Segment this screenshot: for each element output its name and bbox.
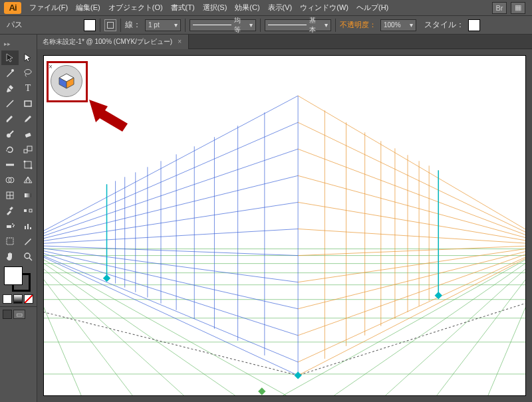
selection-indicator: パス [7,19,23,31]
svg-line-52 [298,282,525,375]
tool-pencil[interactable] [19,112,37,126]
menu-help[interactable]: ヘルプ(H) [352,3,392,13]
perspective-plane-widget[interactable]: × [51,65,82,97]
tool-column-graph[interactable] [19,219,37,233]
menu-object[interactable]: オブジェクト(O) [104,3,167,13]
brush-dropdown[interactable]: 基本 ▾ [265,19,331,31]
screen-mode-toggle[interactable]: ▭ [13,310,25,319]
tool-width[interactable] [1,157,19,172]
svg-point-0 [11,69,14,72]
chevron-down-icon: ▾ [325,21,328,29]
tool-rectangle[interactable] [19,96,37,111]
style-swatch[interactable] [468,19,480,31]
tool-slice[interactable] [19,234,37,249]
menu-type[interactable]: 書式(T) [167,3,199,13]
tool-eyedropper[interactable] [1,203,19,218]
svg-point-9 [24,161,26,163]
svg-line-96 [298,245,525,362]
tool-mesh[interactable] [1,188,19,203]
svg-rect-5 [25,133,31,138]
stroke-weight-value: 1 pt [148,21,160,29]
svg-rect-102 [294,371,301,379]
menu-window[interactable]: ウィンドウ(W) [296,3,352,13]
screen-mode-normal[interactable] [3,310,12,319]
svg-line-31 [29,258,32,260]
stroke-profile-label: 均等 [234,16,247,35]
stroke-label: 線： [125,19,141,31]
color-proxy[interactable] [0,265,37,293]
svg-line-95 [298,245,525,336]
opacity-value: 100% [384,21,401,29]
fill-swatch[interactable] [84,19,96,31]
app-icon: Ai [4,2,21,14]
tool-blend[interactable] [19,203,37,218]
tools-panel: ▸▸ T ▭ [0,35,37,402]
menu-edit[interactable]: 編集(E) [72,3,104,13]
widget-close-icon[interactable]: × [49,63,55,70]
menu-select[interactable]: 選択(S) [199,3,231,13]
svg-rect-20 [24,209,27,212]
arrange-button[interactable]: ▦ [511,2,525,14]
canvas[interactable]: × [37,49,532,402]
svg-rect-27 [27,224,29,229]
stroke-profile-dropdown[interactable]: 均等 ▾ [190,19,256,31]
color-mode-gradient[interactable] [13,294,23,304]
svg-point-30 [25,253,30,258]
opacity-dropdown[interactable]: 100% ▾ [380,19,416,31]
workspace: ▸▸ T ▭ 名称未設定-1* @ 100% (CMYK/プレビュー) × [0,35,532,402]
svg-line-71 [44,245,298,256]
control-bar: パス 線： 1 pt ▾ 均等 ▾ 基本 ▾ 不透明度： 100% ▾ スタイル… [0,16,532,35]
chevron-down-icon: ▾ [410,21,413,29]
svg-rect-29 [7,238,13,245]
svg-rect-101 [435,292,442,299]
svg-rect-6 [24,150,27,153]
svg-point-1 [25,70,31,74]
bridge-button[interactable]: Br [492,2,507,14]
tool-paintbrush[interactable] [1,112,19,126]
stroke-weight-dropdown[interactable]: 1 pt ▾ [145,19,181,31]
tool-symbol-sprayer[interactable] [1,219,19,233]
tool-scale[interactable] [19,142,37,157]
tool-free-transform[interactable] [19,157,37,172]
svg-line-88 [298,149,525,245]
tool-selection[interactable] [1,50,19,65]
svg-rect-19 [9,207,13,211]
svg-line-69 [44,202,298,245]
svg-line-94 [298,245,525,309]
fill-color[interactable] [4,266,23,285]
tool-perspective-grid[interactable] [19,173,37,187]
svg-marker-107 [89,100,128,132]
cube-icon [58,72,75,90]
chevron-down-icon: ▾ [174,21,178,29]
tool-gradient[interactable] [19,188,37,203]
svg-rect-22 [7,225,11,228]
tool-type[interactable]: T [19,81,37,96]
tool-eraser[interactable] [19,127,37,142]
tool-zoom[interactable] [19,249,37,264]
tool-direct-selection[interactable] [19,50,37,65]
svg-line-97 [298,245,525,375]
tool-lasso[interactable] [19,66,37,80]
menu-file[interactable]: ファイル(F) [25,3,72,13]
tool-pen[interactable] [1,81,19,96]
stroke-swatch[interactable] [104,19,116,31]
svg-line-91 [298,229,525,245]
svg-line-86 [298,96,525,245]
tool-magic-wand[interactable] [1,66,19,80]
svg-line-44 [44,245,138,395]
menu-view[interactable]: 表示(V) [264,3,297,13]
tool-hand[interactable] [1,249,19,264]
color-mode-none[interactable] [24,294,33,304]
svg-rect-7 [27,146,32,151]
tool-line[interactable] [1,96,19,111]
tool-shape-builder[interactable] [1,173,19,187]
tools-collapse[interactable]: ▸▸ [0,39,37,49]
document-tab[interactable]: 名称未設定-1* @ 100% (CMYK/プレビュー) × [37,35,189,49]
tool-artboard[interactable] [1,234,19,249]
tool-blob-brush[interactable] [1,127,19,142]
menu-effect[interactable]: 効果(C) [231,3,263,13]
color-mode-fill[interactable] [3,294,12,304]
brush-label: 基本 [309,16,322,35]
tool-rotate[interactable] [1,142,19,157]
tab-close-icon[interactable]: × [178,38,182,45]
